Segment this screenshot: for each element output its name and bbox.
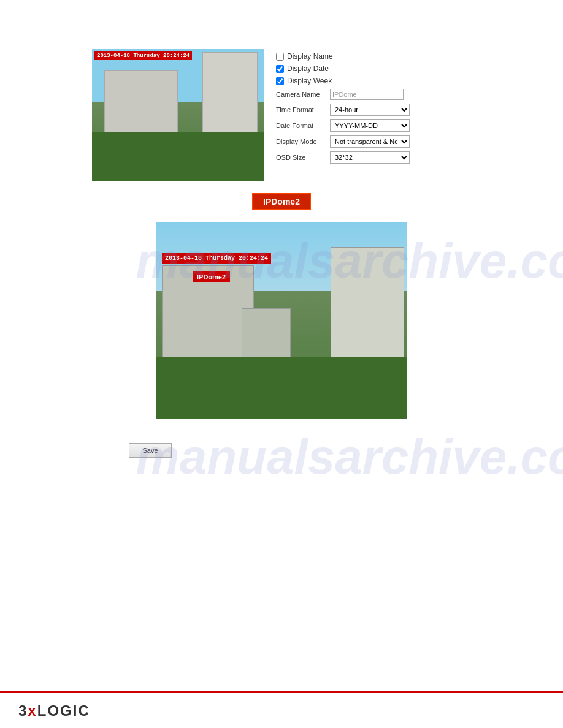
- display-name-label: Display Name: [287, 52, 333, 61]
- save-section: Save: [0, 431, 563, 470]
- page-wrapper: manualsarchive.com manualsarchive.com 20…: [0, 0, 563, 728]
- display-week-row: Display Week: [276, 77, 410, 85]
- footer-logo: 3xLOGIC: [18, 702, 90, 719]
- camera-preview-bottom: 2013-04-18 Thursday 20:24:24 IPDome2: [156, 222, 407, 419]
- settings-panel: Display Name Display Date Display Week C…: [276, 49, 410, 164]
- osd-size-select[interactable]: 32*32 64*64: [330, 151, 410, 164]
- display-mode-row: Display Mode Not transparent & Not flash…: [276, 135, 410, 148]
- display-week-label: Display Week: [287, 77, 332, 85]
- camera-badge-section: IPDome2: [0, 193, 563, 210]
- camera-preview-top: 2013-04-18 Thursday 20:24:24: [92, 49, 264, 181]
- camera-name-badge: IPDome2: [252, 193, 311, 210]
- logo-x: x: [28, 702, 37, 719]
- camera-name-row: Camera Name: [276, 89, 410, 100]
- trees: [92, 132, 264, 181]
- display-mode-label: Display Mode: [276, 138, 325, 145]
- time-format-label: Time Format: [276, 106, 325, 113]
- timestamp-overlay-top: 2013-04-18 Thursday 20:24:24: [94, 51, 192, 60]
- trees-large: [156, 357, 407, 419]
- camera-name-overlay-bottom: IPDome2: [193, 271, 230, 282]
- display-name-row: Display Name: [276, 52, 410, 61]
- footer: 3xLOGIC: [0, 691, 563, 728]
- save-button[interactable]: Save: [129, 443, 172, 458]
- date-format-label: Date Format: [276, 122, 325, 129]
- logo-prefix: 3: [18, 702, 28, 719]
- display-date-row: Display Date: [276, 64, 410, 73]
- camera-name-label: Camera Name: [276, 91, 325, 98]
- building-large-2: [331, 247, 404, 370]
- date-format-row: Date Format YYYY-MM-DD MM-DD-YYYY DD-MM-…: [276, 119, 410, 132]
- osd-size-label: OSD Size: [276, 154, 325, 161]
- logo-suffix: LOGIC: [37, 702, 90, 719]
- display-mode-select[interactable]: Not transparent & Not flash Transparent …: [330, 135, 410, 148]
- time-format-row: Time Format 24-hour 12-hour: [276, 104, 410, 116]
- top-section: 2013-04-18 Thursday 20:24:24 Display Nam…: [0, 0, 563, 181]
- bottom-section: 2013-04-18 Thursday 20:24:24 IPDome2: [0, 216, 563, 431]
- camera-name-input[interactable]: [330, 89, 404, 100]
- display-week-checkbox[interactable]: [276, 77, 284, 85]
- osd-size-row: OSD Size 32*32 64*64: [276, 151, 410, 164]
- display-name-checkbox[interactable]: [276, 53, 284, 61]
- time-format-select[interactable]: 24-hour 12-hour: [330, 104, 410, 116]
- timestamp-overlay-bottom: 2013-04-18 Thursday 20:24:24: [162, 253, 271, 264]
- display-date-label: Display Date: [287, 64, 329, 73]
- date-format-select[interactable]: YYYY-MM-DD MM-DD-YYYY DD-MM-YYYY: [330, 119, 410, 132]
- display-date-checkbox[interactable]: [276, 65, 284, 73]
